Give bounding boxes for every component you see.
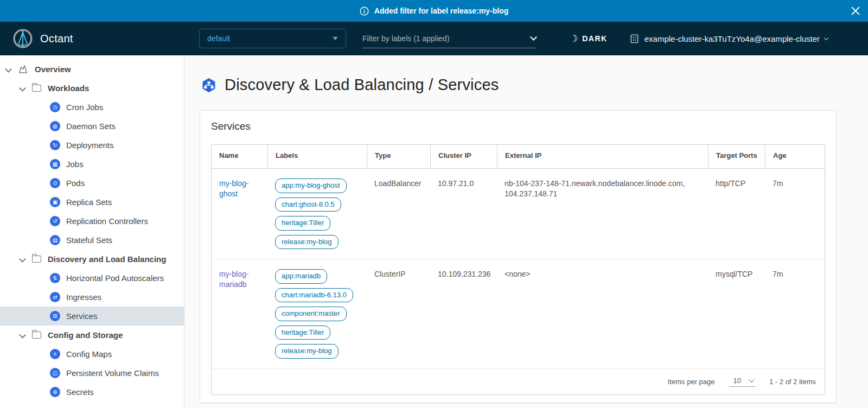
namespace-select[interactable]: default	[199, 29, 346, 48]
age-cell-text: 7m	[773, 270, 783, 278]
external-ip-cell: <none>	[497, 259, 708, 368]
column-header-labels: Labels	[267, 145, 367, 168]
name-cell: my-blog-mariadb	[212, 259, 267, 368]
sidebar-item-config-and-storage[interactable]: Config and Storage	[0, 326, 184, 345]
sidebar-item-label: Stateful Sets	[66, 235, 112, 245]
label-badge[interactable]: release:my-blog	[275, 344, 339, 359]
sidebar-item-stateful-sets[interactable]: ▤Stateful Sets	[0, 231, 184, 250]
label-badge[interactable]: app:my-blog-ghost	[275, 178, 347, 193]
statefulset-icon: ▤	[50, 235, 60, 245]
pod-icon: ⊙	[50, 178, 60, 188]
sidebar-item-label: Jobs	[66, 160, 84, 169]
configmap-icon: ≡	[50, 349, 60, 359]
type-cell: ClusterIP	[367, 259, 430, 368]
cluster-ip-cell-text: 10.109.231.236	[438, 270, 490, 278]
caret-expand-icon[interactable]	[5, 66, 11, 72]
sidebar-item-replica-sets[interactable]: ▣Replica Sets	[0, 193, 184, 212]
sidebar-item-jobs[interactable]: ▦Jobs	[0, 155, 184, 174]
type-cell-text: ClusterIP	[374, 270, 406, 278]
sidebar-item-label: Replica Sets	[66, 197, 112, 207]
caret-expand-icon[interactable]	[20, 332, 25, 338]
caret-expand-icon[interactable]	[20, 256, 25, 262]
chevron-down-icon	[530, 34, 537, 41]
brand: Octant	[0, 29, 184, 48]
caret-expand-icon[interactable]	[20, 85, 25, 91]
labels-cell: app:mariadbchart:mariadb-6.13.0component…	[267, 259, 367, 368]
moon-icon: ☾	[570, 33, 578, 44]
label-badge[interactable]: app:mariadb	[275, 269, 327, 284]
folder-icon	[32, 256, 41, 263]
column-header-target-ports: Target Ports	[708, 145, 765, 168]
sidebar-item-config-maps[interactable]: ≡Config Maps	[0, 345, 184, 364]
external-ip-cell-text: nb-104-237-148-71.newark.nodebalancer.li…	[505, 179, 685, 198]
service-name-link[interactable]: my-blog-mariadb	[219, 270, 248, 289]
close-icon[interactable]	[851, 6, 860, 16]
theme-toggle-button[interactable]: ☾ DARK	[570, 33, 608, 44]
sidebar-item-label: Horizontal Pod Autoscalers	[66, 273, 164, 283]
label-badge[interactable]: heritage:Tiller	[275, 216, 330, 231]
sidebar-item-label: Cron Jobs	[66, 103, 103, 112]
sidebar-item-label: Config Maps	[66, 349, 112, 359]
cluster-icon	[629, 34, 640, 44]
sidebar-item-services[interactable]: ⊞Services	[0, 307, 184, 326]
sidebar-item-secrets[interactable]: ⊛Secrets	[0, 382, 184, 401]
pagination-range: 1 - 2 of 2 items	[769, 378, 816, 386]
column-header-external-ip: External IP	[497, 145, 708, 168]
caret-down-icon	[333, 37, 338, 40]
items-per-page-select[interactable]: 10	[729, 377, 755, 387]
external-ip-cell-text: <none>	[505, 270, 531, 278]
label-badge[interactable]: chart:ghost-8.0.5	[275, 197, 341, 212]
sidebar-item-label: Deployments	[66, 141, 114, 150]
sidebar-item-pods[interactable]: ⊙Pods	[0, 174, 184, 193]
daemonset-icon: ◍	[50, 121, 60, 131]
label-filter-dropdown[interactable]: Filter by labels (1 applied)	[362, 29, 536, 48]
notification-message: Added filter for label release:my-blog	[374, 7, 508, 15]
sidebar-item-ingresses[interactable]: ⇄Ingresses	[0, 288, 184, 307]
table-row: my-blog-mariadbapp:mariadbchart:mariadb-…	[212, 259, 825, 369]
column-header-name: Name	[212, 145, 267, 168]
target-ports-cell: mysql/TCP	[708, 259, 765, 368]
cluster-ip-cell: 10.109.231.236	[430, 259, 497, 368]
sidebar-item-label: Overview	[35, 65, 71, 74]
cronjob-icon: ◷	[50, 102, 60, 112]
target-ports-cell-text: mysql/TCP	[716, 270, 752, 278]
label-badge[interactable]: release:my-blog	[275, 235, 339, 250]
sidebar-item-daemon-sets[interactable]: ◍Daemon Sets	[0, 117, 184, 136]
octant-logo-icon	[13, 29, 33, 48]
cluster-name: example-cluster-ka3TuTzYo4a@example-clus…	[644, 34, 820, 43]
items-per-page-value: 10	[733, 377, 741, 385]
age-cell: 7m	[765, 259, 825, 368]
sidebar-item-label: Replication Controllers	[66, 216, 148, 226]
sidebar-item-persistent-volume-claims[interactable]: ◫Persistent Volume Claims	[0, 364, 184, 382]
sidebar-item-cron-jobs[interactable]: ◷Cron Jobs	[0, 98, 184, 117]
app-header: Octant default Filter by labels (1 appli…	[0, 22, 868, 55]
sidebar-item-label: Workloads	[48, 84, 89, 93]
sidebar-item-label: Pods	[66, 178, 85, 188]
sidebar-item-deployments[interactable]: ↻Deployments	[0, 136, 184, 155]
service-icon: ⊞	[50, 311, 60, 321]
namespace-select-value: default	[207, 34, 230, 43]
cluster-ip-cell-text: 10.97.21.0	[438, 179, 474, 188]
sidebar-item-replication-controllers[interactable]: ↺Replication Controllers	[0, 212, 184, 231]
folder-icon	[32, 85, 41, 92]
job-icon: ▦	[50, 159, 60, 169]
column-header-age: Age	[765, 145, 825, 168]
label-badge[interactable]: chart:mariadb-6.13.0	[275, 288, 353, 303]
sidebar-item-horizontal-pod-autoscalers[interactable]: ⇅Horizontal Pod Autoscalers	[0, 269, 184, 288]
replication-controller-icon: ↺	[50, 216, 60, 226]
target-ports-cell-text: http/TCP	[716, 179, 745, 188]
label-badge[interactable]: component:master	[275, 307, 347, 321]
service-name-link[interactable]: my-blog-ghost	[219, 179, 248, 198]
applications-icon	[18, 65, 28, 74]
sidebar-item-workloads[interactable]: Workloads	[0, 79, 184, 98]
sidebar-nav: OverviewWorkloads◷Cron Jobs◍Daemon Sets↻…	[0, 55, 184, 408]
sidebar-item-label: Config and Storage	[48, 330, 123, 340]
secret-icon: ⊛	[50, 387, 60, 397]
card-title: Services	[211, 120, 825, 132]
cluster-selector[interactable]: example-cluster-ka3TuTzYo4a@example-clus…	[629, 34, 828, 44]
sidebar-item-discovery-and-load-balancing[interactable]: Discovery and Load Balancing	[0, 250, 184, 269]
name-cell: my-blog-ghost	[212, 169, 267, 259]
label-badge[interactable]: heritage:Tiller	[275, 326, 330, 340]
services-table: NameLabelsTypeCluster IPExternal IPTarge…	[211, 144, 825, 395]
sidebar-item-overview[interactable]: Overview	[0, 60, 184, 79]
